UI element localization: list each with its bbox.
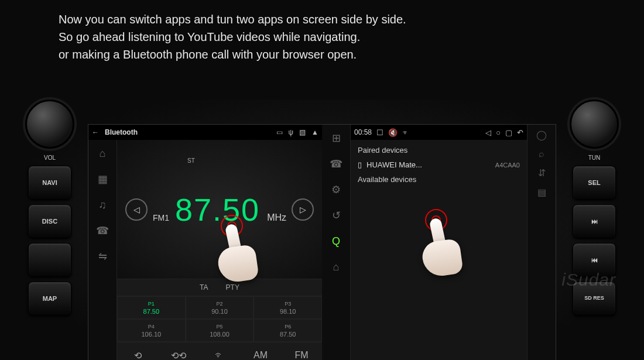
- left-hardware-panel: VOL NAVI DISC MAP: [23, 100, 76, 357]
- scan-icon[interactable]: ⟲⟲: [167, 350, 190, 361]
- wifi-icon: ᯤ: [402, 128, 410, 137]
- paired-devices-title: Paired devices: [353, 143, 525, 157]
- seek-next-button[interactable]: ▷: [292, 198, 314, 221]
- settings-icon[interactable]: ⚙: [327, 181, 345, 198]
- frequency-value: 87.50: [175, 191, 260, 228]
- left-app-title: Bluetooth: [105, 128, 138, 136]
- map-button[interactable]: MAP: [28, 282, 71, 316]
- touchscreen: ← Bluetooth ▭ ψ ▧ ▲ ⌂ ▦ ♫ ☎ ⇋: [88, 124, 556, 360]
- back-icon[interactable]: ←: [92, 128, 99, 136]
- watermark: iSudar: [561, 270, 616, 290]
- clock: 00:58: [354, 128, 372, 136]
- frequency-unit: MHz: [267, 212, 286, 223]
- volume-knob-label: VOL: [23, 155, 76, 161]
- status-icon-1: ▭: [276, 128, 283, 136]
- pair-icon[interactable]: ⇋: [94, 248, 111, 265]
- stereo-label: ST: [187, 157, 195, 164]
- signal-icon[interactable]: ᯤ: [208, 350, 231, 360]
- preset-grid: P187.50 P290.10 P398.10 P4106.10 P5108.0…: [117, 296, 322, 342]
- volume-knob[interactable]: [25, 100, 74, 149]
- status-icon-3: ▧: [299, 128, 306, 136]
- preset-2[interactable]: P290.10: [186, 296, 254, 319]
- disc-button[interactable]: DISC: [28, 204, 71, 238]
- bluetooth-devices-panel: Paired devices ▯ HUAWEI Mate... A4CAA0 A…: [351, 140, 527, 360]
- right-hardware-panel: TUN SEL ⏭ ⏮ SD RES: [568, 100, 621, 357]
- home-icon[interactable]: ⌂: [94, 145, 111, 162]
- search-icon[interactable]: Q: [327, 232, 345, 250]
- preset-1[interactable]: P187.50: [117, 296, 186, 319]
- right-action-iconbar: ◯ ⌕ ⇵ ▤: [527, 125, 556, 360]
- phone-icon[interactable]: ☎: [94, 222, 111, 239]
- camera-icon[interactable]: ☐: [376, 128, 383, 137]
- preset-3[interactable]: P398.10: [254, 296, 322, 319]
- nav-recent-icon[interactable]: ▢: [505, 128, 512, 137]
- right-statusbar: 00:58 ☐ 🔇 ᯤ ◁ ○ ▢ ↶: [351, 125, 527, 140]
- ta-button[interactable]: TA: [200, 283, 208, 292]
- contacts-icon[interactable]: ☎: [327, 155, 345, 173]
- right-side-iconbar: ⊞ ☎ ⚙ ↺ Q ⌂: [322, 125, 351, 360]
- sel-button[interactable]: SEL: [573, 166, 616, 200]
- preset-6[interactable]: P687.50: [254, 319, 322, 342]
- preset-4[interactable]: P4106.10: [117, 319, 186, 342]
- find-icon[interactable]: ⌕: [539, 149, 544, 159]
- radio-bottom-row: ⟲ ⟲⟲ ᯤ AM FM: [117, 342, 322, 360]
- paired-device-row[interactable]: ▯ HUAWEI Mate... A4CAA0: [353, 157, 525, 173]
- circle-icon[interactable]: ◯: [536, 129, 547, 140]
- band-label: FM1: [153, 213, 169, 222]
- status-wifi-icon: ▲: [311, 128, 318, 136]
- nav-home-icon[interactable]: ○: [496, 128, 501, 137]
- pty-button[interactable]: PTY: [226, 283, 239, 292]
- left-side-iconbar: ⌂ ▦ ♫ ☎ ⇋: [88, 140, 117, 360]
- dial-icon[interactable]: ⊞: [327, 129, 345, 147]
- blank-button-left[interactable]: [28, 243, 71, 277]
- navi-button[interactable]: NAVI: [28, 166, 71, 200]
- music-icon[interactable]: ♫: [94, 196, 111, 214]
- device-name: HUAWEI Mate...: [366, 160, 491, 169]
- fm-button[interactable]: FM: [290, 350, 313, 360]
- device-phone-icon: ▯: [358, 160, 362, 169]
- preset-5[interactable]: P5108.00: [186, 319, 254, 342]
- tune-knob[interactable]: [570, 100, 619, 149]
- nav-back-icon[interactable]: ◁: [485, 128, 491, 137]
- left-statusbar: ← Bluetooth ▭ ψ ▧ ▲: [88, 125, 322, 140]
- promo-text: Now you can switch apps and tun two apps…: [59, 11, 406, 63]
- promo-line-1: Now you can switch apps and tun two apps…: [59, 11, 406, 28]
- available-devices-title: Available devices: [353, 173, 525, 186]
- next-track-button[interactable]: ⏭: [573, 204, 616, 238]
- right-app-pane: ⊞ ☎ ⚙ ↺ Q ⌂ 00:58 ☐ 🔇 ᯤ ◁ ○: [322, 125, 556, 360]
- seek-prev-button[interactable]: ◁: [125, 198, 148, 221]
- promo-line-3: or making a Bluetooth phone call with yo…: [59, 46, 406, 63]
- status-usb-icon: ψ: [289, 128, 294, 136]
- promo-line-2: So go ahead listening to YouTube videos …: [59, 28, 406, 46]
- list-icon[interactable]: ▤: [537, 187, 546, 198]
- nav-return-icon[interactable]: ↶: [517, 128, 523, 137]
- home-icon-right[interactable]: ⌂: [327, 258, 345, 276]
- loop-icon[interactable]: ⟲: [126, 350, 149, 361]
- mute-icon[interactable]: 🔇: [388, 128, 398, 137]
- tune-knob-label: TUN: [568, 155, 621, 161]
- frequency-display: ST ◁ FM1 87.50 MHz ▷: [117, 140, 322, 279]
- am-button[interactable]: AM: [249, 350, 272, 360]
- device-mac: A4CAA0: [495, 162, 520, 169]
- refresh-icon[interactable]: ↺: [327, 207, 345, 224]
- sort-icon[interactable]: ⇵: [538, 167, 546, 179]
- radio-mid-row: TA PTY: [117, 279, 322, 296]
- left-app-pane: ← Bluetooth ▭ ψ ▧ ▲ ⌂ ▦ ♫ ☎ ⇋: [88, 125, 322, 360]
- apps-icon[interactable]: ▦: [94, 170, 111, 188]
- head-unit: VOL NAVI DISC MAP TUN SEL ⏭ ⏮ SD RES ← B…: [29, 100, 615, 357]
